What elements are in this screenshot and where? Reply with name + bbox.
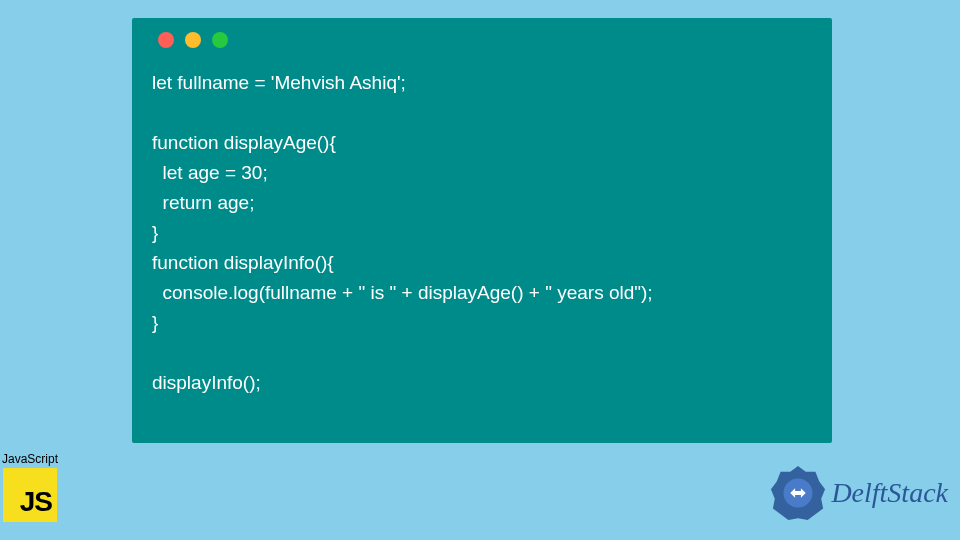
minimize-icon: [185, 32, 201, 48]
code-block: let fullname = 'Mehvish Ashiq'; function…: [132, 18, 832, 443]
window-controls: [158, 32, 812, 48]
js-logo-icon: JS: [3, 468, 57, 522]
code-content: let fullname = 'Mehvish Ashiq'; function…: [152, 68, 812, 398]
maximize-icon: [212, 32, 228, 48]
delftstack-brand: DelftStack: [769, 464, 948, 522]
delftstack-text: DelftStack: [831, 477, 948, 509]
javascript-badge: JavaScript JS: [2, 452, 58, 522]
js-label: JavaScript: [2, 452, 58, 466]
delftstack-logo-icon: [769, 464, 827, 522]
close-icon: [158, 32, 174, 48]
js-logo-text: JS: [20, 486, 52, 518]
